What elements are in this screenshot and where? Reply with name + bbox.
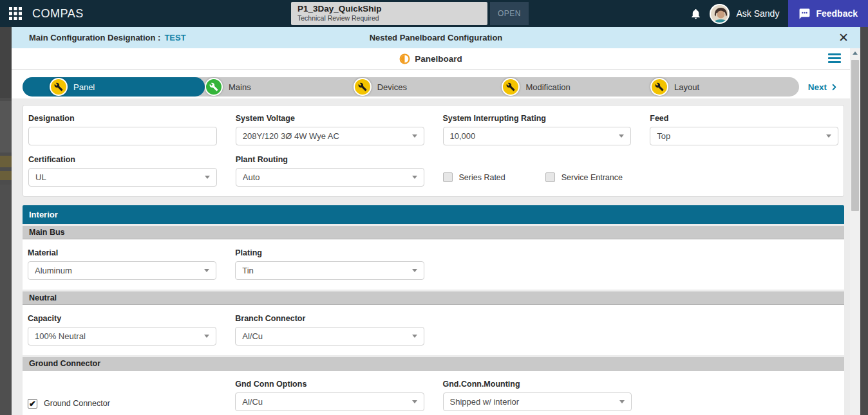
field-designation: Designation (28, 114, 217, 145)
chevron-down-icon (412, 400, 417, 403)
neutral-header: Neutral (23, 291, 844, 305)
open-button[interactable]: OPEN (490, 2, 529, 25)
page-title-row: Panelboard (12, 48, 850, 69)
series-rated-checkbox[interactable]: Series Rated (443, 172, 505, 182)
field-system-interrupting-rating: System Interrupting Rating 10,000 (443, 114, 632, 145)
app-window: COMPAS P1_3Day_QuickShip Technical Revie… (0, 0, 868, 415)
chevron-down-icon (619, 400, 625, 403)
feedback-label: Feedback (816, 8, 858, 19)
main-bus-section: Main Bus Material Aluminum (23, 226, 844, 290)
branch-connector-label: Branch Connector (235, 314, 424, 323)
wrench-icon (354, 78, 372, 96)
chevron-down-icon (204, 269, 209, 272)
plating-dropdown[interactable]: Tin (235, 261, 424, 280)
chevron-down-icon (412, 335, 417, 338)
step-wizard: Panel Mains Devices (12, 69, 850, 98)
chevron-down-icon (412, 176, 417, 179)
checkbox-box: ✔ (28, 399, 37, 409)
certification-dropdown[interactable]: UL (28, 168, 217, 187)
user-avatar[interactable] (710, 4, 730, 24)
field-material: Material Aluminum (28, 248, 216, 280)
system-interrupting-rating-label: System Interrupting Rating (443, 114, 632, 123)
project-selector[interactable]: P1_3Day_QuickShip Technical Review Requi… (291, 2, 487, 25)
main-config-designation-label: Main Configuration Designation : (29, 33, 160, 42)
chevron-down-icon (412, 269, 417, 272)
tab-layout[interactable]: Layout (650, 77, 799, 97)
top-nav: COMPAS P1_3Day_QuickShip Technical Revie… (0, 0, 868, 27)
material-dropdown[interactable]: Aluminum (28, 261, 216, 280)
field-feed: Feed Top (650, 114, 838, 145)
feedback-bubble-icon (798, 8, 811, 20)
tab-modification[interactable]: Modification (502, 77, 650, 97)
plant-routing-label: Plant Routing (236, 155, 424, 164)
wrench-icon (205, 78, 223, 96)
gnd-conn-mounting-dropdown[interactable]: Shipped w/ interior (443, 392, 632, 411)
tab-mains[interactable]: Mains (205, 77, 354, 97)
service-entrance-checkbox[interactable]: Service Entrance (545, 172, 623, 182)
feed-dropdown[interactable]: Top (650, 127, 838, 145)
dimmed-underlay-right (860, 27, 868, 415)
dimmed-underlay-left (0, 27, 12, 415)
certification-label: Certification (28, 155, 217, 164)
field-certification: Certification UL (28, 155, 217, 187)
panel-form-card: Designation System Voltage 208Y/120 3Ø 4… (23, 105, 844, 197)
tab-devices[interactable]: Devices (354, 77, 502, 97)
nested-panelboard-modal: Main Configuration Designation : TEST Ne… (12, 27, 860, 415)
ask-sandy-link[interactable]: Ask Sandy (730, 8, 788, 19)
chevron-down-icon (412, 134, 417, 138)
tab-panel[interactable]: Panel (23, 77, 205, 97)
chevron-down-icon (204, 335, 209, 338)
app-logo-text: COMPAS (32, 7, 84, 21)
checkbox-box (545, 172, 555, 182)
plant-routing-dropdown[interactable]: Auto (236, 168, 424, 187)
form-content: Designation System Voltage 208Y/120 3Ø 4… (12, 98, 850, 415)
field-branch-connector: Branch Connector Al/Cu (235, 314, 424, 346)
close-icon[interactable]: ✕ (838, 27, 849, 48)
field-gnd-conn-options: Gnd Conn Options Al/Cu (235, 380, 424, 411)
scroll-up-icon[interactable] (850, 48, 860, 58)
field-plating: Plating Tin (235, 248, 424, 280)
gnd-conn-options-label: Gnd Conn Options (235, 380, 424, 389)
field-gnd-conn-mounting: Gnd.Conn.Mounting Shipped w/ interior (443, 380, 632, 411)
chevron-down-icon (826, 134, 831, 138)
wrench-icon (650, 78, 668, 96)
ground-connector-header: Ground Connector (23, 357, 844, 371)
next-button[interactable]: Next (808, 82, 839, 92)
ground-connector-checkbox[interactable]: ✔ Ground Connector (28, 396, 216, 411)
interior-section-header: Interior (23, 205, 844, 224)
app-launcher-icon[interactable] (9, 7, 22, 20)
scrollbar-thumb[interactable] (851, 60, 859, 211)
project-status: Technical Review Required (297, 14, 481, 23)
wrench-icon (502, 78, 520, 96)
chevron-down-icon (205, 176, 210, 179)
notifications-bell-icon[interactable] (682, 8, 710, 20)
designation-input[interactable] (28, 127, 217, 145)
gnd-conn-options-dropdown[interactable]: Al/Cu (235, 392, 424, 411)
menu-icon[interactable] (828, 53, 841, 65)
branch-connector-dropdown[interactable]: Al/Cu (235, 327, 424, 346)
designation-field-label: Designation (28, 114, 217, 123)
wrench-icon (50, 78, 68, 96)
field-plant-routing: Plant Routing Auto (236, 155, 424, 187)
chevron-right-icon (829, 82, 839, 92)
feedback-button[interactable]: Feedback (788, 0, 868, 27)
capacity-label: Capacity (28, 314, 216, 323)
checkbox-box (443, 172, 453, 182)
main-config-designation-value[interactable]: TEST (164, 33, 185, 42)
ground-connector-section: Ground Connector ✔ Ground Connector Gnd … (23, 357, 844, 415)
system-interrupting-rating-dropdown[interactable]: 10,000 (443, 127, 632, 145)
vertical-scrollbar[interactable] (850, 48, 860, 415)
gnd-conn-mounting-label: Gnd.Conn.Mounting (443, 380, 632, 389)
material-label: Material (28, 248, 216, 257)
system-voltage-label: System Voltage (236, 114, 424, 123)
field-capacity: Capacity 100% Neutral (28, 314, 216, 346)
feed-label: Feed (650, 114, 838, 123)
page-title: Panelboard (415, 54, 462, 64)
chevron-down-icon (619, 134, 624, 138)
plating-label: Plating (235, 248, 424, 257)
field-system-voltage: System Voltage 208Y/120 3Ø 4W Wye AC (236, 114, 424, 145)
system-voltage-dropdown[interactable]: 208Y/120 3Ø 4W Wye AC (236, 127, 424, 145)
neutral-section: Neutral Capacity 100% Neutral (23, 291, 844, 355)
capacity-dropdown[interactable]: 100% Neutral (28, 327, 216, 346)
step-pill: Panel Mains Devices (23, 77, 799, 97)
